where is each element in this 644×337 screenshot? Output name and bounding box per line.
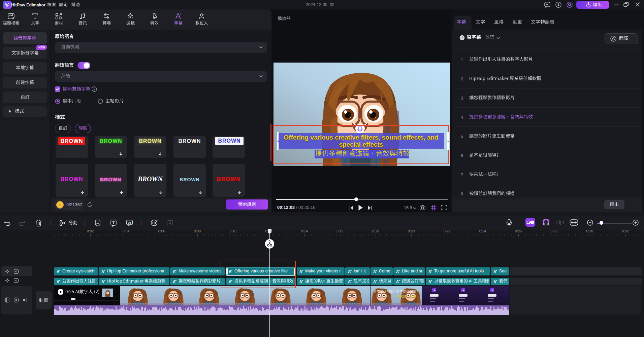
svg-text:A: A [373, 279, 376, 284]
svg-text:A: A [493, 269, 496, 273]
svg-text:A: A [428, 269, 431, 273]
svg-text:A: A [173, 279, 175, 284]
svg-text:A: A [348, 279, 351, 284]
svg-text:A: A [428, 279, 431, 284]
svg-text:A: A [101, 269, 104, 273]
svg-text:A: A [396, 279, 399, 284]
svg-text:A: A [57, 279, 59, 284]
svg-text:A: A [299, 269, 302, 273]
svg-text:A: A [173, 269, 175, 273]
svg-text:A: A [348, 269, 351, 273]
svg-text:A: A [57, 269, 59, 273]
svg-text:AI: AI [59, 203, 62, 207]
svg-text:A: A [493, 279, 496, 284]
svg-text:A: A [101, 279, 104, 284]
svg-text:A: A [373, 269, 376, 273]
svg-text:AI: AI [128, 221, 131, 224]
svg-text:A: A [299, 279, 302, 284]
svg-text:A: A [396, 269, 399, 273]
